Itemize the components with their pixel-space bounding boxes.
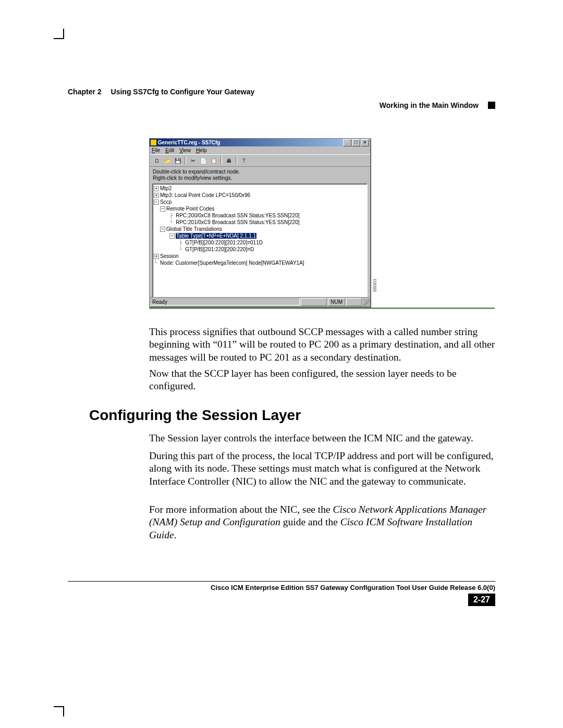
figure-divider [149,307,495,309]
page-number: 2-27 [468,594,495,606]
p5-text-e: . [174,529,177,540]
maximize-button[interactable]: □ [352,139,360,146]
tree-node[interactable]: Node: Customer[SuperMegaTelecom] Node[NW… [160,260,304,266]
hint-line-2: Right-click to modify/view settings. [153,175,367,181]
app-icon [151,140,156,145]
status-bar: Ready NUM [150,297,370,306]
crop-mark-top-left [54,29,64,39]
section-title: Working in the Main Window [380,101,479,109]
paragraph-3: The Session layer controls the interface… [149,432,495,445]
status-empty-2 [346,298,362,306]
new-icon[interactable]: 🗋 [152,156,162,166]
menu-bar: File Edit View Help [150,146,370,154]
cut-icon[interactable]: ✂ [188,156,198,166]
paragraph-2: Now that the SCCP layer has been configu… [149,367,495,393]
minimize-button[interactable]: _ [343,139,351,146]
tree-gt-1[interactable]: GT[P/B][200:220][201:220]=011D [185,240,263,245]
tree-panel[interactable]: +Mtp2 +Mtp3: Local Point Code LPC=150/0x… [152,183,368,306]
copy-icon[interactable]: 📄 [198,156,208,166]
tree-mtp2[interactable]: Mtp2 [160,186,172,191]
tree-rpc-header[interactable]: Remote Point Codes [166,206,214,212]
footer-rule [68,581,495,582]
section-marker [488,102,495,109]
page-header: Chapter 2 Using SS7Cfg to Configure Your… [68,88,495,109]
status-empty-1 [301,298,327,306]
page-footer: Cisco ICM Enterprise Edition SS7 Gateway… [68,581,495,606]
tree-session[interactable]: Session [160,253,179,259]
toolbar: 🗋 📂 💾 ✂ 📄 📋 🖶 ? [150,154,370,167]
config-tree[interactable]: +Mtp2 +Mtp3: Local Point Code LPC=150/0x… [154,185,366,266]
save-icon[interactable]: 💾 [173,156,182,166]
menu-help[interactable]: Help [196,147,207,153]
menu-file[interactable]: File [152,147,160,153]
print-icon[interactable]: 🖶 [224,156,234,166]
window-titlebar[interactable]: GenericTTC.reg - SS7Cfg _ □ × [150,139,370,146]
tree-mtp3[interactable]: Mtp3: Local Point Code LPC=150/0x96 [160,192,250,198]
hint-text: Double-click to expand/contract node. Ri… [150,167,370,182]
section-heading: Configuring the Session Layer [89,407,301,424]
menu-view[interactable]: View [179,147,191,153]
tree-gtt-selected[interactable]: Table Type[T+NP+E+NOA] 2.1.1.1 [176,233,256,239]
chapter-number: Chapter 2 [68,88,102,96]
book-title: Cisco ICM Enterprise Edition SS7 Gateway… [211,584,495,591]
status-ready: Ready [150,299,300,305]
chapter-title: Using SS7Cfg to Configure Your Gateway [111,88,255,96]
paste-icon[interactable]: 📋 [209,156,218,166]
section-line: Working in the Main Window [68,101,495,109]
help-icon[interactable]: ? [239,156,249,166]
menu-edit[interactable]: Edit [165,147,174,153]
paragraph-4: During this part of the process, the loc… [149,450,495,488]
resize-grip-icon[interactable] [363,299,370,306]
window-title: GenericTTC.reg - SS7Cfg [158,140,220,145]
p5-text-a: For more information about the NIC, see … [149,504,333,515]
figure-id: 88003 [372,279,377,292]
tree-sccp[interactable]: Sccp [160,199,172,205]
tree-gt-2[interactable]: GT[P/B][201:220][200:220]=D [185,246,254,252]
close-button[interactable]: × [361,139,369,146]
hint-line-1: Double-click to expand/contract node. [153,169,367,175]
p5-text-c: guide and the [280,516,340,527]
tree-rpc-1[interactable]: RPC:200/0xC8 Broadcast SSN Status:YES SS… [176,213,299,218]
crop-mark-bottom-left [54,706,64,717]
open-icon[interactable]: 📂 [162,156,172,166]
document-page: Chapter 2 Using SS7Cfg to Configure Your… [0,0,563,728]
chapter-line: Chapter 2 Using SS7Cfg to Configure Your… [68,88,495,96]
tree-gtt-header[interactable]: Global Title Translations [166,226,222,232]
paragraph-1: This process signifies that outbound SCC… [149,326,495,364]
tree-rpc-2[interactable]: RPC:201/0xC9 Broadcast SSN Status:YES SS… [176,219,299,225]
status-num: NUM [328,298,345,306]
ss7cfg-window: GenericTTC.reg - SS7Cfg _ □ × File Edit … [149,138,371,307]
paragraph-5: For more information about the NIC, see … [149,503,495,541]
